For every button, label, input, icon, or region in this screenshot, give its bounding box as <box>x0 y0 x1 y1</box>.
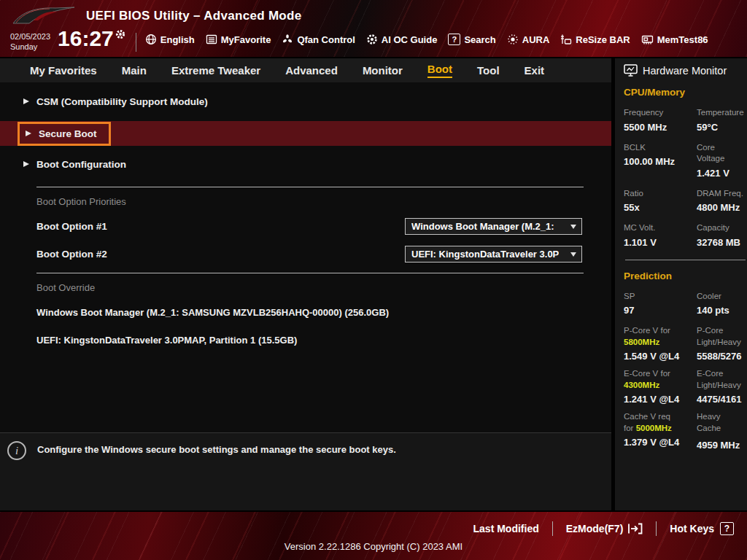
divider <box>136 33 136 52</box>
tab-monitor[interactable]: Monitor <box>350 58 415 82</box>
toolbar-item-search[interactable]: ? Search <box>448 34 495 45</box>
chevron-right-icon <box>23 98 29 104</box>
left-column: My Favorites Main Extreme Tweaker Advanc… <box>0 58 611 510</box>
metric-value: 100.00 MHz <box>624 156 694 167</box>
metric-value: 1.101 V <box>624 237 694 248</box>
monitor-cell: Ratio 55x <box>624 188 697 214</box>
section-title-cpu-memory: CPU/Memory <box>624 87 747 98</box>
time-text: 16:27 <box>58 27 114 50</box>
boot-option-2-row: Boot Option #2 UEFI: KingstonDataTravele… <box>36 246 582 262</box>
date-text: 02/05/2023 <box>10 31 50 42</box>
hardware-monitor-icon <box>624 64 638 77</box>
aura-icon <box>507 34 519 45</box>
toolbar-item-memtest86[interactable]: MemTest86 <box>641 34 708 45</box>
monitor-cell: Temperature 59°C <box>697 107 747 133</box>
monitor-cell: Capacity 32768 MB <box>697 222 747 248</box>
monitor-cell: DRAM Freq. 4800 MHz <box>697 188 747 214</box>
tab-extreme-tweaker[interactable]: Extreme Tweaker <box>159 58 273 82</box>
help-bar: i Configure the Windows secure boot sett… <box>0 432 611 510</box>
monitor-row: E-Core V for 4300MHz 1.241 V @L4 E-Core … <box>624 368 747 405</box>
separator <box>36 273 584 273</box>
boot-option-1-row: Boot Option #1 Windows Boot Manager (M.2… <box>36 218 582 235</box>
menu-entry-label: Secure Boot <box>39 128 97 139</box>
menu-entry-csm[interactable]: CSM (Compatibility Support Module) <box>0 89 611 114</box>
tab-boot[interactable]: Boot <box>415 58 465 82</box>
section-title-prediction: Prediction <box>624 271 747 281</box>
resize-bar-icon <box>560 34 572 45</box>
tab-main[interactable]: Main <box>109 58 159 82</box>
date-block: 02/05/2023 Sunday <box>10 31 50 52</box>
search-icon: ? <box>448 34 460 45</box>
section-title-boot-override: Boot Override <box>36 282 611 293</box>
menu-entry-boot-configuration[interactable]: Boot Configuration <box>0 152 611 176</box>
menu-entry-label: CSM (Compatibility Support Module) <box>36 96 208 107</box>
toolbar-label: AURA <box>522 34 550 45</box>
ezmode-exit-icon <box>627 523 643 534</box>
metric-label: DRAM Freq. <box>697 188 744 200</box>
monitor-cell: E-Core Light/Heavy 4475/4161 <box>697 368 747 405</box>
metric-label: Capacity <box>697 222 744 234</box>
tab-tool[interactable]: Tool <box>465 58 512 82</box>
metric-label-highlight: 5000MHz <box>636 424 672 432</box>
monitor-cell: Cache V req for 5000MHz 1.379 V @L4 <box>624 411 697 451</box>
metric-value: 5588/5276 <box>697 351 744 362</box>
hotkeys-button[interactable]: Hot Keys ? <box>670 522 734 535</box>
toolbar-label: MemTest86 <box>657 34 708 45</box>
toolbar-item-language[interactable]: English <box>145 34 195 45</box>
toolbar-item-ai-oc-guide[interactable]: AI OC Guide <box>366 34 438 45</box>
monitor-cell: E-Core V for 4300MHz 1.241 V @L4 <box>624 368 697 405</box>
footer-actions: Last Modified EzMode(F7) Hot Keys ? <box>0 512 747 536</box>
toolbar-item-resize-bar[interactable]: ReSize BAR <box>560 34 630 45</box>
menu-entry-label: Boot Configuration <box>36 159 126 170</box>
tab-exit[interactable]: Exit <box>512 58 557 82</box>
metric-value: 4800 MHz <box>697 202 744 213</box>
hotkeys-label: Hot Keys <box>670 523 714 534</box>
boot-option-2-dropdown[interactable]: UEFI: KingstonDataTraveler 3.0P <box>405 246 582 262</box>
status-row: 02/05/2023 Sunday 16:27 Engl <box>0 27 747 52</box>
metric-label: Ratio <box>624 188 694 200</box>
main-content: CSM (Compatibility Support Module) Secur… <box>0 82 611 432</box>
metric-label: Core Voltage <box>697 142 744 165</box>
chevron-right-icon <box>23 161 29 167</box>
metric-label: Cache V req <box>624 411 694 423</box>
metric-label: Temperature <box>697 107 744 119</box>
metric-label: E-Core V for <box>624 368 694 380</box>
tab-label: Tool <box>477 64 500 77</box>
myfavorite-icon <box>206 34 217 45</box>
rog-logo-icon <box>12 5 76 27</box>
metric-value: 4959 MHz <box>697 440 744 451</box>
last-modified-label: Last Modified <box>473 523 539 534</box>
metric-value: 1.241 V @L4 <box>624 394 694 405</box>
toolbar-label: ReSize BAR <box>576 34 630 45</box>
toolbar-item-qfan-control[interactable]: Qfan Control <box>282 34 355 45</box>
metric-value: 32768 MB <box>697 237 744 248</box>
toolbar-item-aura[interactable]: AURA <box>507 34 550 45</box>
version-text: Version 2.22.1286 Copyright (C) 2023 AMI <box>0 541 747 552</box>
menu-entry-secure-boot[interactable]: Secure Boot <box>0 121 611 146</box>
annotation-highlight-box: Secure Boot <box>18 122 111 146</box>
memtest86-icon <box>641 34 654 45</box>
title-row: UEFI BIOS Utility – Advanced Mode <box>0 0 747 27</box>
boot-option-1-dropdown[interactable]: Windows Boot Manager (M.2_1: <box>405 218 582 235</box>
last-modified-button[interactable]: Last Modified <box>473 523 539 534</box>
toolbar-label: English <box>160 34 195 45</box>
metric-label-highlight: 5800MHz <box>624 337 694 349</box>
tab-advanced[interactable]: Advanced <box>273 58 350 82</box>
monitor-row: P-Core V for 5800MHz 1.549 V @L4 P-Core … <box>624 325 747 362</box>
toolbar-label: MyFavorite <box>221 34 271 45</box>
tab-my-favorites[interactable]: My Favorites <box>18 58 109 82</box>
chevron-right-icon <box>26 131 31 136</box>
toolbar-label: Qfan Control <box>297 34 355 45</box>
metric-label: P-Core <box>697 325 744 337</box>
top-banner: UEFI BIOS Utility – Advanced Mode 02/05/… <box>0 0 747 58</box>
monitor-cell: Core Voltage 1.421 V <box>697 142 747 179</box>
chevron-down-icon <box>570 225 576 229</box>
ezmode-button[interactable]: EzMode(F7) <box>566 523 643 534</box>
gear-icon[interactable] <box>115 29 125 39</box>
boot-override-entry-windows[interactable]: Windows Boot Manager (M.2_1: SAMSUNG MZV… <box>36 307 611 318</box>
monitor-cell: Cooler 140 pts <box>697 291 747 316</box>
boot-override-entry-uefi-usb[interactable]: UEFI: KingstonDataTraveler 3.0PMAP, Part… <box>36 335 611 346</box>
metric-value: 1.549 V @L4 <box>624 351 694 362</box>
monitor-cell: MC Volt. 1.101 V <box>624 222 697 248</box>
toolbar-item-myfavorite[interactable]: MyFavorite <box>206 34 271 45</box>
